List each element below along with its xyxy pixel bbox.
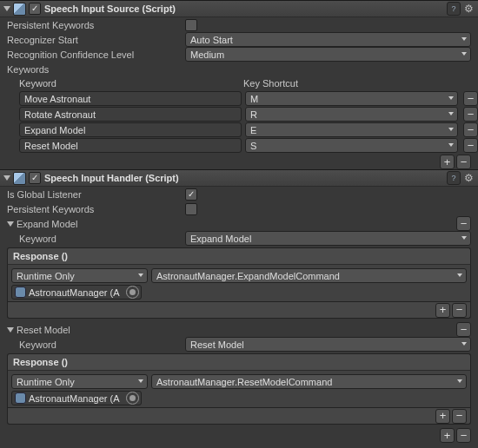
response-target-row: AstronautManager (A — [11, 283, 467, 300]
persistent-keywords-row: Persistent Keywords — [0, 201, 478, 216]
dropdown-value: AstronautManager.ExpandModelCommand — [156, 271, 340, 281]
label: Persistent Keywords — [7, 204, 185, 214]
column-header-shortcut: Key Shortcut — [243, 78, 298, 89]
dropdown-value: AstronautManager.ResetModelCommand — [156, 377, 332, 387]
handler-footer: + − — [0, 428, 478, 443]
foldout-icon[interactable] — [7, 221, 14, 227]
response-target-row: AstronautManager (A — [11, 389, 467, 405]
persistent-keywords-checkbox[interactable] — [185, 203, 197, 215]
recognizer-start-row: Recognizer Start Auto Start — [0, 32, 478, 47]
enable-checkbox[interactable] — [29, 3, 41, 15]
confidence-dropdown[interactable]: Medium — [185, 47, 471, 62]
key-shortcut-dropdown[interactable]: R — [245, 107, 458, 122]
dropdown-value: R — [250, 109, 257, 120]
help-icon[interactable]: ? — [447, 2, 461, 16]
keyword-dropdown[interactable]: Reset Model — [185, 337, 471, 352]
keyword-row: Rotate AstronautR− — [0, 107, 478, 122]
recognizer-start-dropdown[interactable]: Auto Start — [185, 32, 471, 47]
method-dropdown[interactable]: AstronautManager.ExpandModelCommand — [151, 268, 467, 283]
key-shortcut-dropdown[interactable]: S — [245, 138, 458, 153]
keyword-list-footer: + − — [0, 155, 478, 169]
keyword-list: Move AstronautM−Rotate AstronautR−Expand… — [0, 91, 478, 153]
remove-section-button[interactable]: − — [456, 428, 471, 443]
dropdown-value: Reset Model — [190, 339, 244, 350]
target-object-field[interactable]: AstronautManager (A — [11, 285, 142, 300]
dropdown-value: E — [250, 125, 256, 135]
component-header[interactable]: Speech Input Source (Script) ? ⚙ — [0, 1, 478, 17]
persistent-keywords-row: Persistent Keywords — [0, 17, 478, 32]
response-header: Response () — [7, 247, 471, 265]
gameobject-icon — [15, 287, 26, 298]
label: Keyword — [19, 234, 185, 244]
speech-input-source-component: Speech Input Source (Script) ? ⚙ Persist… — [0, 0, 478, 169]
component-title: Speech Input Handler (Script) — [44, 173, 447, 183]
keyword-dropdown[interactable]: Expand Model — [185, 231, 471, 246]
help-icon[interactable]: ? — [447, 171, 461, 185]
gear-icon[interactable]: ⚙ — [462, 172, 475, 184]
dropdown-value: Medium — [190, 49, 224, 60]
keyword-row: Move AstronautM− — [0, 91, 478, 106]
column-header-keyword: Keyword — [19, 78, 243, 89]
dropdown-value: M — [250, 94, 258, 104]
key-shortcut-dropdown[interactable]: E — [245, 122, 458, 137]
speech-input-handler-component: Speech Input Handler (Script) ? ⚙ Is Glo… — [0, 169, 478, 443]
enable-checkbox[interactable] — [29, 172, 41, 184]
target-name: AstronautManager (A — [29, 287, 120, 298]
csharp-script-icon — [13, 172, 26, 185]
gameobject-icon — [15, 392, 26, 404]
remove-row-button[interactable]: − — [463, 91, 478, 106]
keyword-input[interactable]: Expand Model — [19, 122, 242, 137]
handler-section: Expand Model−KeywordExpand ModelResponse… — [0, 216, 478, 319]
remove-response-button[interactable]: − — [452, 409, 467, 424]
dropdown-value: Expand Model — [190, 234, 251, 244]
section-keyword-row: KeywordExpand Model — [0, 231, 478, 246]
dropdown-value: S — [250, 141, 256, 151]
dropdown-value: Runtime Only — [17, 377, 75, 387]
key-shortcut-dropdown[interactable]: M — [245, 91, 458, 106]
keyword-input[interactable]: Move Astronaut — [19, 91, 242, 106]
section-keyword-row: KeywordReset Model — [0, 337, 478, 352]
gear-icon[interactable]: ⚙ — [462, 3, 475, 15]
section-foldout[interactable]: Reset Model− — [0, 322, 478, 337]
response-header: Response () — [7, 353, 471, 371]
section-title: Reset Model — [17, 325, 455, 335]
add-response-button[interactable]: + — [435, 303, 450, 318]
add-keyword-button[interactable]: + — [440, 155, 455, 169]
csharp-script-icon — [13, 3, 26, 16]
section-remove-button[interactable]: − — [456, 216, 471, 231]
response-footer: +− — [7, 302, 471, 319]
remove-response-button[interactable]: − — [452, 303, 467, 318]
foldout-icon[interactable] — [7, 327, 14, 333]
section-title: Expand Model — [17, 219, 455, 229]
object-picker-icon[interactable] — [126, 392, 139, 405]
component-header[interactable]: Speech Input Handler (Script) ? ⚙ — [0, 170, 478, 187]
remove-row-button[interactable]: − — [463, 138, 478, 153]
runtime-dropdown[interactable]: Runtime Only — [11, 374, 148, 389]
runtime-dropdown[interactable]: Runtime Only — [11, 268, 148, 283]
global-listener-checkbox[interactable] — [185, 188, 197, 201]
response-row: Runtime OnlyAstronautManager.ResetModelC… — [11, 374, 467, 389]
response-body: Runtime OnlyAstronautManager.ResetModelC… — [7, 371, 471, 408]
keyword-input[interactable]: Rotate Astronaut — [19, 107, 242, 122]
persistent-keywords-checkbox[interactable] — [185, 19, 197, 31]
dropdown-value: Auto Start — [190, 35, 233, 45]
label: Recognizer Start — [7, 35, 185, 45]
method-dropdown[interactable]: AstronautManager.ResetModelCommand — [151, 374, 467, 389]
keywords-label-row: Keywords — [0, 62, 478, 76]
foldout-icon[interactable] — [3, 6, 10, 11]
remove-row-button[interactable]: − — [463, 122, 478, 137]
remove-row-button[interactable]: − — [463, 107, 478, 122]
add-response-button[interactable]: + — [435, 409, 450, 424]
handler-section: Reset Model−KeywordReset ModelResponse (… — [0, 322, 478, 425]
keyword-input[interactable]: Reset Model — [19, 138, 242, 153]
object-picker-icon[interactable] — [126, 286, 139, 299]
label: Recognition Confidence Level — [7, 49, 185, 60]
add-section-button[interactable]: + — [440, 428, 455, 443]
target-object-field[interactable]: AstronautManager (A — [11, 391, 142, 405]
component-title: Speech Input Source (Script) — [44, 3, 447, 14]
section-remove-button[interactable]: − — [456, 322, 471, 337]
remove-keyword-button[interactable]: − — [456, 155, 471, 169]
label: Persistent Keywords — [7, 20, 185, 30]
section-foldout[interactable]: Expand Model− — [0, 216, 478, 231]
foldout-icon[interactable] — [3, 175, 10, 181]
